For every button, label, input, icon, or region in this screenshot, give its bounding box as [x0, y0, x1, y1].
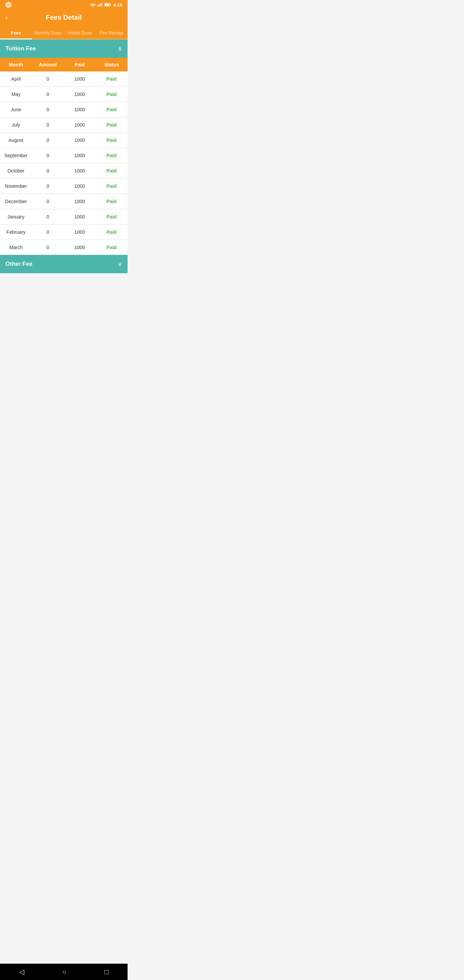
page-title: Fees Detail	[46, 14, 82, 21]
tab-monthly-dues[interactable]: Monthly Dues	[32, 27, 64, 39]
chevron-down-icon: ∨	[118, 260, 122, 268]
cell-status: Paid	[95, 209, 127, 224]
cell-month: June	[0, 102, 32, 117]
back-button[interactable]: ‹	[5, 14, 8, 21]
time-display: 4:15	[113, 2, 122, 8]
other-fee-header[interactable]: Other Fee ∨	[0, 255, 127, 273]
cell-month: April	[0, 72, 32, 86]
tab-hostel-dues[interactable]: Hostel Dues	[64, 27, 96, 39]
page-header: ‹ Fees Detail	[0, 10, 127, 27]
cell-amount: 0	[32, 148, 64, 163]
cell-status: Paid	[95, 148, 127, 163]
cell-status: Paid	[95, 179, 127, 194]
cell-amount: 0	[32, 194, 64, 209]
table-body: April 0 1000 Paid May 0 1000 Paid June 0…	[0, 72, 127, 255]
tab-fees[interactable]: Fees	[0, 27, 32, 39]
cell-paid: 1000	[64, 102, 96, 117]
cell-month: August	[0, 133, 32, 148]
status-left	[5, 2, 11, 8]
status-bar: 4:15	[0, 0, 127, 10]
cell-paid: 1000	[64, 118, 96, 132]
tab-fee-receipt[interactable]: Fee Receipt	[95, 27, 127, 39]
cell-amount: 0	[32, 102, 64, 117]
content-area: Tuition Fee ∧ Month Amount Paid Status A…	[0, 40, 127, 294]
cell-status: Paid	[95, 87, 127, 102]
table-row: September 0 1000 Paid	[0, 148, 127, 163]
cell-amount: 0	[32, 163, 64, 178]
cell-month: October	[0, 163, 32, 178]
table-row: February 0 1000 Paid	[0, 224, 127, 240]
cell-paid: 1000	[64, 72, 96, 86]
status-right: 4:15	[90, 2, 122, 8]
col-month: Month	[0, 58, 32, 72]
cell-month: November	[0, 179, 32, 194]
table-row: October 0 1000 Paid	[0, 163, 127, 179]
svg-rect-5	[110, 4, 111, 5]
table-header: Month Amount Paid Status	[0, 58, 127, 72]
cell-paid: 1000	[64, 209, 96, 224]
col-amount: Amount	[32, 58, 64, 72]
wifi-icon	[90, 3, 95, 7]
cell-paid: 1000	[64, 179, 96, 194]
cell-status: Paid	[95, 163, 127, 178]
tab-bar: Fees Monthly Dues Hostel Dues Fee Receip…	[0, 27, 127, 40]
cell-month: July	[0, 118, 32, 132]
signal-icon	[5, 2, 11, 8]
cell-paid: 1000	[64, 133, 96, 148]
cell-paid: 1000	[64, 87, 96, 102]
table-row: January 0 1000 Paid	[0, 209, 127, 224]
svg-line-3	[102, 3, 102, 7]
cell-status: Paid	[95, 194, 127, 209]
cell-month: May	[0, 87, 32, 102]
cell-amount: 0	[32, 87, 64, 102]
svg-rect-0	[98, 5, 98, 7]
cell-amount: 0	[32, 224, 64, 240]
svg-rect-2	[100, 3, 101, 6]
col-paid: Paid	[64, 58, 96, 72]
cell-amount: 0	[32, 240, 64, 255]
cell-status: Paid	[95, 240, 127, 255]
tuition-fee-title: Tuition Fee	[5, 45, 36, 52]
svg-rect-1	[99, 4, 100, 6]
cell-month: February	[0, 224, 32, 240]
col-status: Status	[95, 58, 127, 72]
cell-paid: 1000	[64, 224, 96, 240]
cell-paid: 1000	[64, 240, 96, 255]
cell-amount: 0	[32, 133, 64, 148]
cell-month: September	[0, 148, 32, 163]
cell-status: Paid	[95, 133, 127, 148]
cell-month: December	[0, 194, 32, 209]
svg-rect-6	[105, 4, 109, 6]
signal-icon	[98, 3, 102, 7]
cell-status: Paid	[95, 72, 127, 86]
cell-month: March	[0, 240, 32, 255]
cell-status: Paid	[95, 224, 127, 240]
table-row: August 0 1000 Paid	[0, 133, 127, 148]
cell-status: Paid	[95, 102, 127, 117]
cell-amount: 0	[32, 209, 64, 224]
cell-amount: 0	[32, 179, 64, 194]
cell-month: January	[0, 209, 32, 224]
cell-status: Paid	[95, 118, 127, 132]
table-row: March 0 1000 Paid	[0, 240, 127, 255]
table-row: April 0 1000 Paid	[0, 72, 127, 87]
table-row: May 0 1000 Paid	[0, 87, 127, 102]
other-fee-title: Other Fee	[5, 261, 32, 267]
table-row: November 0 1000 Paid	[0, 179, 127, 194]
cell-paid: 1000	[64, 163, 96, 178]
cell-paid: 1000	[64, 148, 96, 163]
tuition-fee-header[interactable]: Tuition Fee ∧	[0, 40, 127, 58]
cell-paid: 1000	[64, 194, 96, 209]
table-row: July 0 1000 Paid	[0, 118, 127, 133]
cell-amount: 0	[32, 118, 64, 132]
chevron-up-icon: ∧	[118, 45, 122, 52]
table-row: December 0 1000 Paid	[0, 194, 127, 209]
table-row: June 0 1000 Paid	[0, 102, 127, 118]
battery-icon	[105, 3, 111, 7]
cell-amount: 0	[32, 72, 64, 86]
